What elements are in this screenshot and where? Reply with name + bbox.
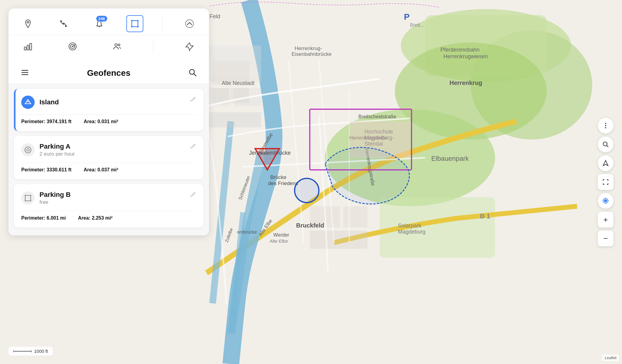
svg-point-86 <box>25 200 26 201</box>
map-search-button[interactable] <box>598 136 613 152</box>
svg-text:Eisenbahnbrücke: Eisenbahnbrücke <box>292 51 331 57</box>
svg-text:Bruckfeld: Bruckfeld <box>296 222 324 229</box>
radar-button[interactable] <box>64 38 81 55</box>
svg-point-81 <box>25 147 31 153</box>
svg-rect-63 <box>30 43 32 50</box>
route-button[interactable] <box>55 15 72 32</box>
island-edit-button[interactable] <box>190 96 196 103</box>
svg-point-77 <box>25 103 26 104</box>
map-controls: + − <box>598 118 613 246</box>
svg-point-88 <box>605 123 606 124</box>
svg-point-93 <box>604 200 607 202</box>
svg-rect-15 <box>343 206 367 228</box>
svg-point-50 <box>295 178 319 203</box>
island-area: Area: 0.031 mi² <box>84 119 118 124</box>
svg-point-68 <box>118 44 120 46</box>
svg-text:des Friedens: des Friedens <box>268 180 298 186</box>
svg-text:ombrücke: ombrücke <box>237 229 257 234</box>
island-geofence-icon <box>21 96 35 109</box>
groups-button[interactable] <box>109 38 126 55</box>
svg-point-80 <box>28 103 29 104</box>
zoom-out-button[interactable]: − <box>598 231 613 246</box>
svg-point-59 <box>137 26 139 28</box>
island-name: Island <box>39 98 59 106</box>
svg-point-78 <box>30 103 31 104</box>
svg-point-51 <box>27 21 29 23</box>
left-panel: 246 <box>9 8 209 235</box>
toolbar-divider-2 <box>153 39 153 54</box>
more-options-button[interactable] <box>598 118 613 133</box>
svg-text:Elbauenpark: Elbauenpark <box>431 155 469 162</box>
parking-a-edit-button[interactable] <box>190 143 196 150</box>
hamburger-menu-button[interactable] <box>19 67 30 79</box>
svg-point-53 <box>65 25 67 27</box>
parking-b-area: Area: 2.253 mi² <box>78 215 113 221</box>
geofences-title: Geofences <box>87 68 130 78</box>
navigation-button[interactable] <box>598 155 613 171</box>
svg-point-56 <box>131 20 133 22</box>
pin-button[interactable] <box>181 38 198 55</box>
parking-b-stats: Perimeter: 6.001 mi Area: 2.253 mi² <box>21 211 196 221</box>
svg-text:Breit...: Breit... <box>410 22 424 28</box>
svg-point-57 <box>137 20 139 22</box>
svg-text:Brücke: Brücke <box>270 174 286 180</box>
toolbar-row2 <box>9 35 209 60</box>
parking-b-geofence-icon <box>21 191 35 205</box>
geofence-toolbar-button[interactable] <box>126 15 143 32</box>
svg-rect-55 <box>132 21 138 27</box>
analytics-button[interactable] <box>19 38 36 55</box>
parking-a-area: Area: 0.037 mi² <box>84 167 118 173</box>
parking-b-name: Parking B <box>39 191 71 199</box>
collapse-button[interactable] <box>181 15 198 32</box>
svg-text:Herrenkrugwiesen: Herrenkrugwiesen <box>443 53 488 59</box>
parking-a-geofence-icon <box>21 143 35 157</box>
svg-text:Feld: Feld <box>210 13 220 19</box>
svg-rect-62 <box>27 45 29 50</box>
parking-a-name: Parking A <box>39 143 75 150</box>
svg-point-73 <box>190 69 194 74</box>
notification-button[interactable]: 246 <box>91 15 108 32</box>
island-perimeter: Perimeter: 3974.191 ft <box>21 119 71 124</box>
location-pin-button[interactable] <box>19 15 36 32</box>
svg-rect-16 <box>310 231 367 249</box>
geofence-card-parking-a[interactable]: Parking A 2 euro per hour Perimeter: 333… <box>14 136 203 179</box>
svg-rect-61 <box>24 47 26 50</box>
svg-text:Pferderennbahn: Pferderennbahn <box>440 47 480 53</box>
locate-me-button[interactable] <box>598 193 613 209</box>
svg-line-92 <box>607 145 608 147</box>
svg-point-89 <box>605 125 606 126</box>
toolbar-divider <box>162 16 162 31</box>
svg-text:Alte Elbe: Alte Elbe <box>270 238 288 244</box>
svg-point-60 <box>186 20 193 28</box>
scale-value: 1000 ft <box>34 349 48 354</box>
zoom-in-button[interactable]: + <box>598 212 613 228</box>
svg-point-85 <box>30 195 31 196</box>
svg-text:P: P <box>404 12 410 22</box>
svg-rect-83 <box>25 195 31 201</box>
parking-b-perimeter: Perimeter: 6.001 mi <box>21 215 66 221</box>
geofence-card-island[interactable]: Island Perimeter: 3974.191 ft Area: 0.03… <box>14 89 203 131</box>
svg-point-87 <box>30 200 31 201</box>
svg-line-74 <box>194 74 196 76</box>
parking-a-stats: Perimeter: 3330.611 ft Area: 0.037 mi² <box>21 163 196 173</box>
parking-b-subtitle: free <box>39 199 71 205</box>
svg-text:B 1: B 1 <box>480 212 490 220</box>
parking-b-edit-button[interactable] <box>190 191 196 198</box>
leaflet-attribution[interactable]: Leaflet <box>602 355 619 361</box>
parking-a-subtitle: 2 euro per hour <box>39 151 75 157</box>
svg-text:Herrenkrug: Herrenkrug <box>449 79 482 86</box>
svg-point-67 <box>115 44 117 46</box>
geofences-header: Geofences <box>9 60 209 84</box>
parking-a-perimeter: Perimeter: 3330.611 ft <box>21 167 71 173</box>
svg-point-84 <box>25 195 26 196</box>
svg-text:Magdeburg: Magdeburg <box>398 229 425 235</box>
focus-button[interactable] <box>598 174 613 190</box>
svg-point-90 <box>605 127 606 128</box>
toolbar: 246 <box>9 8 209 35</box>
scale-bar: 1000 ft <box>9 347 53 356</box>
svg-text:Alte Neustadt: Alte Neustadt <box>222 80 255 86</box>
svg-text:Herrenkrug-: Herrenkrug- <box>295 46 322 51</box>
geofence-card-parking-b[interactable]: Parking B free Perimeter: 6.001 mi Area:… <box>14 184 203 228</box>
island-stats: Perimeter: 3974.191 ft Area: 0.031 mi² <box>21 114 196 124</box>
search-geofences-button[interactable] <box>187 67 198 79</box>
